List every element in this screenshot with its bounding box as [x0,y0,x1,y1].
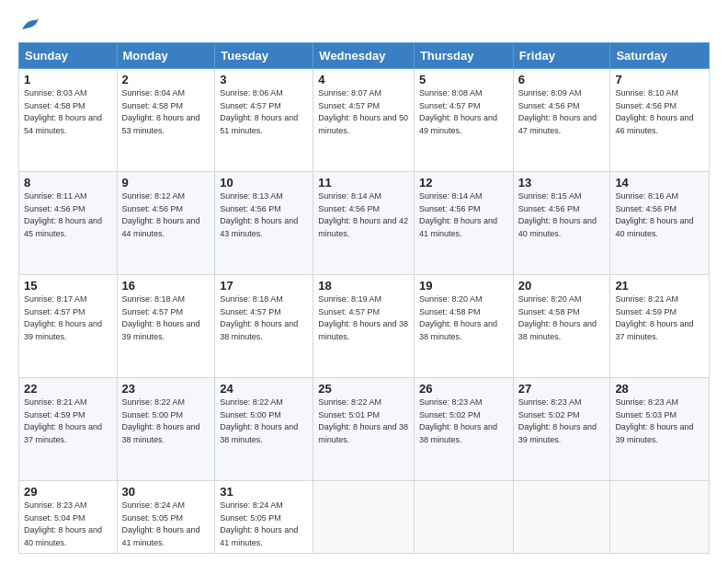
day-number: 19 [419,279,508,293]
day-info: Sunrise: 8:03 AMSunset: 4:58 PMDaylight:… [24,88,102,135]
table-cell: 19Sunrise: 8:20 AMSunset: 4:58 PMDayligh… [414,275,513,378]
day-info: Sunrise: 8:14 AMSunset: 4:56 PMDaylight:… [419,191,497,238]
day-info: Sunrise: 8:24 AMSunset: 5:05 PMDaylight:… [122,500,200,547]
day-info: Sunrise: 8:23 AMSunset: 5:02 PMDaylight:… [518,397,597,444]
table-cell [313,481,415,554]
table-row: 1Sunrise: 8:03 AMSunset: 4:58 PMDaylight… [19,69,710,172]
day-info: Sunrise: 8:22 AMSunset: 5:00 PMDaylight:… [122,397,200,444]
day-number: 10 [220,176,308,190]
day-info: Sunrise: 8:04 AMSunset: 4:58 PMDaylight:… [122,88,200,135]
day-info: Sunrise: 8:23 AMSunset: 5:04 PMDaylight:… [24,500,102,547]
day-number: 17 [220,279,308,293]
table-row: 15Sunrise: 8:17 AMSunset: 4:57 PMDayligh… [19,275,710,378]
table-cell: 11Sunrise: 8:14 AMSunset: 4:56 PMDayligh… [313,172,415,275]
day-info: Sunrise: 8:11 AMSunset: 4:56 PMDaylight:… [24,191,102,238]
table-cell: 12Sunrise: 8:14 AMSunset: 4:56 PMDayligh… [414,172,513,275]
day-number: 26 [419,382,508,396]
col-thursday: Thursday [414,43,513,69]
day-number: 18 [318,279,409,293]
day-number: 15 [24,279,112,293]
table-row: 29Sunrise: 8:23 AMSunset: 5:04 PMDayligh… [19,481,710,554]
day-info: Sunrise: 8:18 AMSunset: 4:57 PMDaylight:… [220,294,298,341]
day-info: Sunrise: 8:09 AMSunset: 4:56 PMDaylight:… [518,88,597,135]
table-cell: 13Sunrise: 8:15 AMSunset: 4:56 PMDayligh… [513,172,610,275]
table-cell: 2Sunrise: 8:04 AMSunset: 4:58 PMDaylight… [117,69,215,172]
table-row: 22Sunrise: 8:21 AMSunset: 4:59 PMDayligh… [19,378,710,481]
table-cell: 26Sunrise: 8:23 AMSunset: 5:02 PMDayligh… [414,378,513,481]
day-number: 1 [24,73,112,86]
table-row: 8Sunrise: 8:11 AMSunset: 4:56 PMDaylight… [19,172,710,275]
table-cell: 7Sunrise: 8:10 AMSunset: 4:56 PMDaylight… [610,69,710,172]
day-number: 30 [122,485,210,499]
day-number: 12 [419,176,508,190]
day-number: 4 [318,73,409,86]
day-number: 23 [122,382,210,396]
day-info: Sunrise: 8:22 AMSunset: 5:00 PMDaylight:… [220,397,298,444]
table-cell: 20Sunrise: 8:20 AMSunset: 4:58 PMDayligh… [513,275,610,378]
col-tuesday: Tuesday [215,43,313,69]
day-number: 2 [122,73,210,86]
col-sunday: Sunday [19,43,118,69]
table-cell [513,481,610,554]
table-cell: 16Sunrise: 8:18 AMSunset: 4:57 PMDayligh… [117,275,215,378]
day-number: 29 [24,485,112,499]
day-number: 11 [318,176,409,190]
day-info: Sunrise: 8:20 AMSunset: 4:58 PMDaylight:… [518,294,597,341]
day-number: 13 [518,176,606,190]
day-number: 20 [518,279,606,293]
table-cell [414,481,513,554]
day-info: Sunrise: 8:20 AMSunset: 4:58 PMDaylight:… [419,294,497,341]
day-number: 3 [220,73,308,86]
table-cell: 6Sunrise: 8:09 AMSunset: 4:56 PMDaylight… [513,69,610,172]
day-number: 21 [615,279,704,293]
table-cell: 3Sunrise: 8:06 AMSunset: 4:57 PMDaylight… [215,69,313,172]
day-info: Sunrise: 8:17 AMSunset: 4:57 PMDaylight:… [24,294,102,341]
table-cell: 9Sunrise: 8:12 AMSunset: 4:56 PMDaylight… [117,172,215,275]
day-info: Sunrise: 8:21 AMSunset: 4:59 PMDaylight:… [615,294,693,341]
table-cell: 8Sunrise: 8:11 AMSunset: 4:56 PMDaylight… [19,172,118,275]
day-number: 16 [122,279,210,293]
col-friday: Friday [513,43,610,69]
header [18,17,710,33]
day-number: 24 [220,382,308,396]
table-cell: 15Sunrise: 8:17 AMSunset: 4:57 PMDayligh… [19,275,118,378]
table-cell: 18Sunrise: 8:19 AMSunset: 4:57 PMDayligh… [313,275,415,378]
table-cell: 1Sunrise: 8:03 AMSunset: 4:58 PMDaylight… [19,69,118,172]
day-info: Sunrise: 8:07 AMSunset: 4:57 PMDaylight:… [318,88,408,135]
table-cell: 17Sunrise: 8:18 AMSunset: 4:57 PMDayligh… [215,275,313,378]
day-number: 27 [518,382,606,396]
day-info: Sunrise: 8:12 AMSunset: 4:56 PMDaylight:… [122,191,200,238]
day-info: Sunrise: 8:21 AMSunset: 4:59 PMDaylight:… [24,397,102,444]
day-info: Sunrise: 8:18 AMSunset: 4:57 PMDaylight:… [122,294,200,341]
day-info: Sunrise: 8:24 AMSunset: 5:05 PMDaylight:… [220,500,298,547]
table-cell: 27Sunrise: 8:23 AMSunset: 5:02 PMDayligh… [513,378,610,481]
day-number: 6 [518,73,606,86]
col-monday: Monday [117,43,215,69]
day-info: Sunrise: 8:22 AMSunset: 5:01 PMDaylight:… [318,397,408,444]
table-cell: 29Sunrise: 8:23 AMSunset: 5:04 PMDayligh… [19,481,118,554]
table-cell: 14Sunrise: 8:16 AMSunset: 4:56 PMDayligh… [610,172,710,275]
table-cell: 10Sunrise: 8:13 AMSunset: 4:56 PMDayligh… [215,172,313,275]
day-number: 28 [615,382,704,396]
day-info: Sunrise: 8:23 AMSunset: 5:03 PMDaylight:… [615,397,693,444]
logo [18,17,40,33]
day-number: 5 [419,73,508,86]
day-info: Sunrise: 8:08 AMSunset: 4:57 PMDaylight:… [419,88,497,135]
table-cell: 21Sunrise: 8:21 AMSunset: 4:59 PMDayligh… [610,275,710,378]
day-info: Sunrise: 8:10 AMSunset: 4:56 PMDaylight:… [615,88,693,135]
header-row: Sunday Monday Tuesday Wednesday Thursday… [19,43,710,69]
logo-text [18,17,40,33]
table-cell [610,481,710,554]
page: Sunday Monday Tuesday Wednesday Thursday… [0,0,728,563]
day-info: Sunrise: 8:16 AMSunset: 4:56 PMDaylight:… [615,191,693,238]
day-info: Sunrise: 8:19 AMSunset: 4:57 PMDaylight:… [318,294,408,341]
calendar-table: Sunday Monday Tuesday Wednesday Thursday… [18,42,710,554]
day-number: 14 [615,176,704,190]
table-cell: 23Sunrise: 8:22 AMSunset: 5:00 PMDayligh… [117,378,215,481]
day-info: Sunrise: 8:14 AMSunset: 4:56 PMDaylight:… [318,191,408,238]
col-wednesday: Wednesday [313,43,415,69]
day-info: Sunrise: 8:23 AMSunset: 5:02 PMDaylight:… [419,397,497,444]
table-cell: 22Sunrise: 8:21 AMSunset: 4:59 PMDayligh… [19,378,118,481]
table-cell: 28Sunrise: 8:23 AMSunset: 5:03 PMDayligh… [610,378,710,481]
table-cell: 4Sunrise: 8:07 AMSunset: 4:57 PMDaylight… [313,69,415,172]
